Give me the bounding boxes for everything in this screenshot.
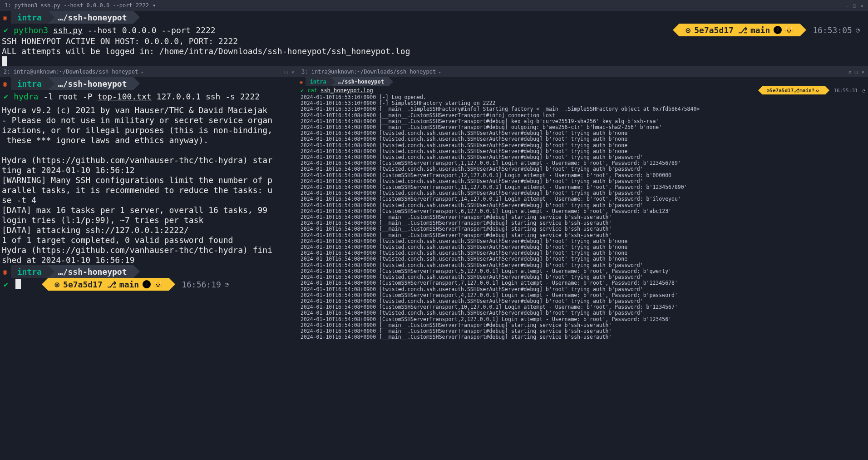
chevron-down-icon[interactable]: ▾ (153, 2, 156, 9)
help-icon[interactable]: ? (143, 280, 151, 288)
command-args: --host 0.0.0.0 --port 2222 (83, 25, 216, 35)
git-hash: 5e7a5d17 (694, 25, 734, 35)
command-line[interactable]: ✔ python3 ssh.py --host 0.0.0.0 --port 2… (0, 24, 868, 36)
clock-icon: ◔ (856, 26, 860, 34)
clock-time: 16:53:05 (813, 25, 852, 35)
command-program: cat (307, 87, 317, 94)
command-file: ssh.py (53, 25, 83, 35)
prompt-user: intra (11, 265, 48, 278)
prompt-user: intra (11, 11, 48, 24)
pane-title-text: 2: intra@unknown:~/Downloads/ssh-honeypo… (4, 69, 138, 75)
cursor[interactable] (15, 279, 21, 289)
maximize-icon[interactable]: ▢ (285, 69, 288, 75)
commit-icon: ⊙ (767, 88, 770, 94)
status-right: ⊙ 5e7a5d17 ⎇ main ? 😺 16:53:05 ◔ (679, 24, 868, 36)
help-icon[interactable]: ? (774, 26, 782, 34)
check-icon: ✔ (0, 92, 14, 101)
git-badge: ⊙ 5e7a5d17 ⎇ main ? 😺 (762, 86, 826, 94)
branch-icon: ⎇ (107, 280, 117, 289)
pane-titlebar: 2: intra@unknown:~/Downloads/ssh-honeypo… (0, 66, 298, 77)
command-line[interactable]: ✔ cat ssh_honeypot.log ⊙ 5e7a5d17 ⎇ main… (298, 86, 868, 94)
chevron-down-icon[interactable]: ▾ (141, 70, 143, 74)
clock-time: 16:55:31 (825, 88, 862, 94)
log-output: 2024-01-10T16:53:10+0900 [-] Log opened.… (298, 94, 868, 340)
pane-title-text: 3: intra@unknown:~/Downloads/ssh-honeypo… (301, 69, 436, 75)
top-pane: 1: python3 ssh.py --host 0.0.0.0 --port … (0, 0, 868, 66)
check-icon: ✔ (298, 87, 307, 94)
git-branch: main (750, 25, 770, 35)
git-branch: main (119, 280, 139, 289)
stdout: SSH HONEYPOT ACTIVE ON HOST: 0.0.0.0, PO… (0, 36, 868, 56)
git-hash: 5e7a5d17 (769, 88, 794, 94)
clock-icon: ◔ (862, 88, 868, 94)
commit-icon: ⊙ (686, 25, 690, 35)
close-icon[interactable]: ✕ (861, 69, 864, 75)
branch-icon: ⎇ (738, 25, 748, 35)
right-pane: 3: intra@unknown:~/Downloads/ssh-honeypo… (298, 66, 868, 340)
prompt-line: ◉ intra …/ssh-honeypot (0, 77, 298, 90)
command-file: top-100.txt (97, 92, 151, 101)
github-icon: 😺 (153, 280, 163, 289)
cursor (2, 56, 7, 66)
prompt-path: …/ssh-honeypot (48, 11, 133, 24)
command-args-2: 127.0.0.1 ssh -s 2222 (152, 92, 260, 101)
chevron-down-icon[interactable]: ▾ (439, 70, 441, 74)
git-branch: main (799, 88, 812, 94)
prompt-path: …/ssh-honeypot (48, 77, 133, 90)
prompt-user: intra (306, 77, 331, 86)
command-program: python3 (14, 25, 48, 35)
git-hash: 5e7a5d17 (63, 280, 103, 289)
maximize-icon[interactable]: ▢ (853, 3, 856, 9)
command-line[interactable]: ✔ hydra -l root -P top-100.txt 127.0.0.1… (0, 90, 298, 103)
scroll-icon[interactable]: ⇵ (848, 69, 851, 75)
ubuntu-icon: ◉ (0, 267, 11, 276)
prompt-line-2: ◉ intra …/ssh-honeypot (0, 265, 298, 278)
window-titlebar: 1: python3 ssh.py --host 0.0.0.0 --port … (0, 0, 868, 11)
maximize-icon[interactable]: ▢ (855, 69, 858, 75)
clock-icon: ◔ (225, 280, 229, 288)
github-icon: 😺 (814, 88, 821, 94)
prompt-line: ◉ intra …/ssh-honeypot (0, 11, 868, 24)
git-badge: ⊙ 5e7a5d17 ⎇ main ? 😺 (48, 278, 169, 291)
command-program: hydra (14, 92, 38, 101)
command-args: -l root -P (38, 92, 97, 101)
command-file: ssh_honeypot.log (321, 87, 373, 94)
check-icon: ✔ (0, 280, 14, 289)
prompt-path: …/ssh-honeypot (331, 77, 389, 86)
close-icon[interactable]: ✕ (860, 3, 863, 9)
close-icon[interactable]: ✕ (291, 69, 294, 75)
stdout: Hydra v9.2 (c) 2021 by van Hauser/THC & … (0, 103, 298, 265)
left-pane: 2: intra@unknown:~/Downloads/ssh-honeypo… (0, 66, 298, 340)
github-icon: 😺 (784, 26, 794, 35)
ubuntu-icon: ◉ (0, 79, 11, 88)
ubuntu-icon: ◉ (298, 79, 306, 85)
window-title: 1: python3 ssh.py --host 0.0.0.0 --port … (5, 2, 149, 9)
pane-titlebar: 3: intra@unknown:~/Downloads/ssh-honeypo… (298, 66, 868, 77)
minimize-icon[interactable]: — (845, 3, 848, 9)
prompt-user: intra (11, 77, 48, 90)
ubuntu-icon: ◉ (0, 13, 11, 22)
branch-icon: ⎇ (794, 88, 799, 94)
status-line: ✔ ⊙ 5e7a5d17 ⎇ main ? 😺 16:56:19 ◔ (0, 278, 298, 291)
prompt-path: …/ssh-honeypot (48, 265, 133, 278)
git-badge: ⊙ 5e7a5d17 ⎇ main ? 😺 (679, 24, 800, 36)
clock-time: 16:56:19 (182, 280, 221, 289)
check-icon: ✔ (0, 25, 14, 35)
help-icon[interactable]: ? (812, 88, 815, 94)
commit-icon: ⊙ (54, 280, 59, 289)
